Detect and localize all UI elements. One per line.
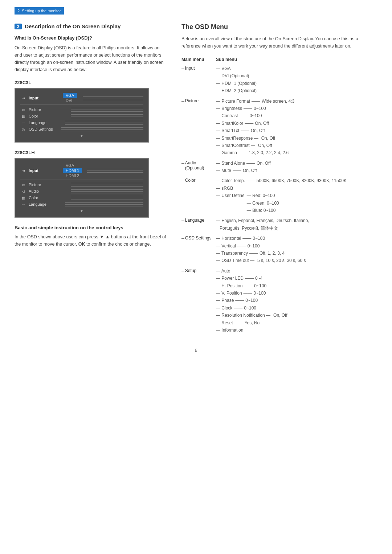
osd-row2-picture: ▭ Picture	[20, 182, 143, 187]
osd-label2-color: Color	[29, 196, 58, 200]
sub-picture-format: — Picture Format —— Wide screen, 4:3	[216, 98, 294, 105]
osd-row-language: ··· Language	[20, 120, 143, 125]
sub-gamma-value: 1.8, 2.0, 2.2, 2.4, 2.6	[249, 149, 289, 156]
picture-icon: ▭	[20, 107, 26, 112]
osd-dots4	[65, 121, 143, 125]
osd-label2-language: Language	[29, 202, 58, 206]
osd-row-input: ⇥ Input VGA DVI	[20, 93, 143, 103]
col-headers: Main menu Sub menu — Input — VGA — DVI (…	[181, 57, 377, 337]
menu-headers-row: Main menu Sub menu	[181, 57, 377, 62]
sub-mute-value: On, Off	[243, 167, 257, 174]
sub-h-position-label: — H. Position	[216, 282, 242, 290]
osd-label-color: Color	[29, 114, 58, 118]
sub-color-temp-label: — Color Temp.	[216, 177, 245, 184]
sub-hdmi2: — HDMI 2 (Optional)	[216, 87, 257, 94]
osd-row2-audio: ◁ Audio	[20, 189, 143, 194]
subsection1-title: What is On-Screen Display (OSD)?	[15, 35, 167, 41]
sub-resolution-notification-value: On, Off	[273, 312, 287, 319]
sub-setup-col: — Auto — Power LED —— 0~4 — H. Position …	[216, 267, 287, 334]
main-input-col: — Input	[181, 65, 216, 71]
osd-dots10	[65, 202, 143, 206]
connector-input: —	[181, 66, 184, 71]
sub-audio-col: — Stand Alone —— On, Off — Mute —— On, O…	[216, 160, 271, 175]
osd-icon: ◎	[20, 127, 26, 132]
sub-smartkolor-label: — SmartKolor	[216, 120, 243, 127]
page-number: 6	[15, 348, 377, 353]
connector-setup: —	[181, 268, 184, 274]
osd-arrow-down1: ▼	[20, 134, 143, 138]
bottom-section: Basic and simple instruction on the cont…	[15, 225, 167, 248]
sub-reset-value: Yes, No	[245, 319, 260, 327]
sub-mute: — Mute —— On, Off	[216, 167, 271, 174]
main-label-color: Color	[185, 178, 196, 183]
connector-language: —	[181, 218, 184, 223]
osd-vga-selected: VGA	[63, 93, 77, 98]
sub-v-position-value: 0~100	[254, 290, 266, 297]
language-icon2: ···	[20, 202, 26, 207]
sub-clock-value: 0~100	[244, 304, 256, 312]
menu-group-audio: — Audio(Optional) — Stand Alone —— On, O…	[181, 160, 377, 175]
menu-tree-container: Main menu Sub menu — Input — VGA — DVI (…	[181, 57, 377, 337]
osd-menu-desc: Below is an overall view of the structur…	[181, 35, 377, 50]
osd-dots1	[83, 96, 143, 100]
menu-group-setup: — Setup — Auto — Power LED —— 0~4 — H. P…	[181, 267, 377, 334]
sub-osd-timeout-label: — OSD Time out —	[216, 257, 254, 264]
connector-audio: —	[181, 160, 184, 166]
menu-group-osd-settings: — OSD Settings — Horizontal —— 0~100 — V…	[181, 235, 377, 264]
osd-dots6	[87, 169, 143, 173]
osd-hdmi1-selected: HDMI 1	[63, 168, 82, 173]
sub-auto: — Auto	[216, 267, 287, 275]
sub-smarttxt-label: — SmartTxt	[216, 127, 239, 134]
menu-group-language: — Language — English, Español, Français,…	[181, 217, 377, 232]
section-heading: 2 Description of the On Screen Display	[15, 23, 167, 29]
sub-mute-label: — Mute	[216, 167, 231, 174]
osd-row-color: ▦ Color	[20, 114, 143, 119]
sub-horizontal-value: 0~100	[253, 235, 265, 242]
osd-label-osd: OSD Settings	[29, 127, 58, 131]
subsection1-body: On-Screen Display (OSD) is a feature in …	[15, 44, 167, 73]
sub-brightness-value: 0~100	[254, 105, 266, 112]
sub-h-position: — H. Position —— 0~100	[216, 282, 287, 290]
sub-standalone-label: — Stand Alone	[216, 160, 245, 167]
color-icon: ▦	[20, 114, 26, 119]
sub-color-temp-value: 5000K, 6500K, 7500K, 8200K, 9300K, 11500…	[257, 177, 347, 184]
main-menu-header: Main menu	[181, 57, 216, 62]
sub-vertical-value: 0~100	[248, 242, 260, 250]
main-label-input: Input	[185, 66, 195, 71]
main-label-language: Language	[185, 218, 204, 223]
osd-display-model1: ⇥ Input VGA DVI ▭ Picture	[15, 88, 149, 143]
sub-smartresponse-label: — SmartResponse —	[216, 135, 258, 142]
sub-smartcontrast-value: On, Off	[258, 142, 272, 149]
sub-clock-label: — Clock	[216, 304, 232, 312]
model2-label: 228C3LH	[15, 150, 167, 155]
sub-h-position-value: 0~100	[254, 282, 266, 290]
sub-smarttxt-value: On, Off	[251, 127, 265, 134]
sub-contrast-label: — Contrast	[216, 112, 238, 119]
sub-power-led-value: 0~4	[255, 275, 262, 282]
sub-dvi: — DVI (Optional)	[216, 72, 257, 79]
sub-power-led-label: — Power LED	[216, 275, 244, 282]
input-icon: ⇥	[20, 95, 26, 100]
sub-input-col: — VGA — DVI (Optional) — HDMI 1 (Optiona…	[216, 65, 257, 95]
main-label-picture: Picture	[185, 98, 199, 103]
sub-phase: — Phase —— 0~100	[216, 297, 287, 304]
sub-power-led: — Power LED —— 0~4	[216, 275, 287, 282]
connector-osd-settings: —	[181, 235, 184, 241]
osd-label2-audio: Audio	[29, 189, 58, 193]
sub-language-value: — English, Español, Français, Deutsch, I…	[216, 217, 309, 232]
sub-picture-format-label: — Picture Format	[216, 98, 250, 105]
menu-group-picture: — Picture — Picture Format —— Wide scree…	[181, 98, 377, 157]
sub-reset: — Reset —— Yes, No	[216, 319, 287, 327]
sub-userdefine: — User Define — Red: 0~100 — Green: 0~10…	[216, 192, 347, 214]
main-osd-settings-col: — OSD Settings	[181, 235, 216, 241]
sub-phase-value: 0~100	[245, 297, 258, 304]
main-picture-col: — Picture	[181, 98, 216, 104]
sub-gamma-label: — Gamma	[216, 149, 237, 156]
sub-vga: — VGA	[216, 65, 257, 72]
osd-dots7	[71, 183, 143, 187]
sub-vertical-label: — Vertical	[216, 242, 236, 250]
sub-red: — Red: 0~100	[247, 192, 279, 199]
sub-color-col: — Color Temp. —— 5000K, 6500K, 7500K, 82…	[216, 177, 347, 214]
sub-smartkolor: — SmartKolor —— On, Off	[216, 120, 294, 127]
main-language-col: — Language	[181, 217, 216, 223]
